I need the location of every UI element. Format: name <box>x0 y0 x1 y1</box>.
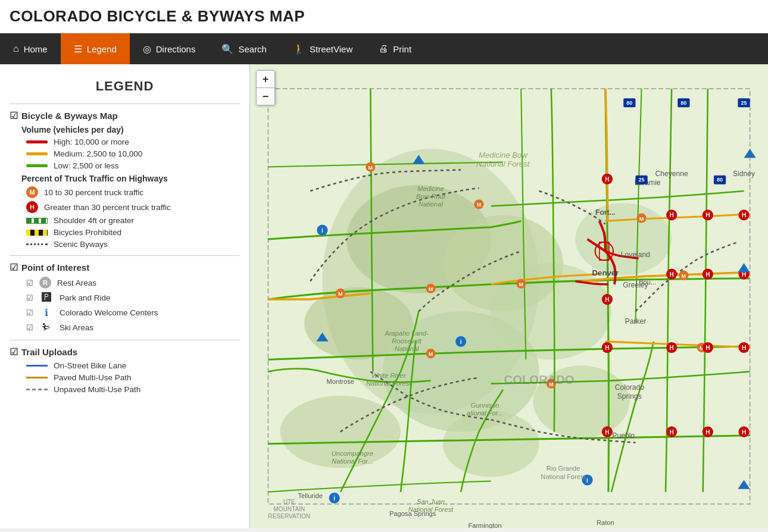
page-title-bar: COLORADO BICYCLE & BYWAYS MAP <box>0 0 768 33</box>
svg-text:Pagosa Springs: Pagosa Springs <box>389 510 436 517</box>
nav-search[interactable]: 🔍 Search <box>208 33 280 64</box>
legend-item-paved-path: Paved Multi-Use Path <box>26 373 240 382</box>
svg-text:80: 80 <box>626 100 632 106</box>
svg-text:MOUNTAIN: MOUNTAIN <box>273 506 305 512</box>
section-title-bicycle-byways: ☑ Bicycle & Byways Map <box>10 110 240 121</box>
svg-text:M: M <box>639 216 644 222</box>
svg-point-9 <box>443 411 539 477</box>
legend-item-shoulder: Shoulder 4ft or greater <box>26 216 240 225</box>
svg-text:H: H <box>705 271 710 278</box>
nav-directions[interactable]: ◎ Directions <box>130 33 209 64</box>
legend-section-trails: ☑ Trail Uploads On-Street Bike Lane Pave… <box>10 340 240 400</box>
svg-text:H: H <box>605 296 609 303</box>
nav-print-label: Print <box>393 44 411 54</box>
map-svg-container: M M M M M M M M M M <box>250 64 768 528</box>
check-icon-park: ☑ <box>26 293 33 302</box>
check-icon-bicycle: ☑ <box>10 110 18 121</box>
svg-text:25: 25 <box>741 100 747 106</box>
zoom-out-button[interactable]: − <box>257 88 274 105</box>
legend-section-bicycle-byways: ☑ Bicycle & Byways Map Volume (vehicles … <box>10 104 240 255</box>
nav-home[interactable]: ⌂ Home <box>0 33 61 64</box>
svg-text:Gunnison: Gunnison <box>471 402 499 409</box>
svg-text:Bow-Rout: Bow-Rout <box>416 193 446 200</box>
map-zoom-controls: + − <box>256 70 275 105</box>
badge-h: H <box>26 201 38 213</box>
legend-title: LEGEND <box>10 79 240 94</box>
legend-section-poi: ☑ Point of Interest ☑ R Rest Areas ☑ 🅿 P… <box>10 255 240 340</box>
main-layout: LEGEND ☑ Bicycle & Byways Map Volume (ve… <box>0 64 768 528</box>
check-icon-trails: ☑ <box>10 346 18 358</box>
svg-text:Denver: Denver <box>592 268 619 277</box>
svg-text:National Forest: National Forest <box>366 380 411 387</box>
swatch-bicycle-prohibited <box>26 230 48 236</box>
colorado-map-svg: M M M M M M M M M M <box>250 64 768 528</box>
truck-subtitle: Percent of Truck Traffic on Highways <box>21 174 240 183</box>
svg-text:H: H <box>605 429 609 436</box>
svg-text:80: 80 <box>717 177 723 183</box>
svg-text:White River: White River <box>371 372 407 379</box>
legend-item-truck-h: H Greater than 30 percent truck traffic <box>26 201 240 213</box>
svg-text:UTE: UTE <box>283 499 295 505</box>
svg-text:H: H <box>705 345 710 351</box>
map-area[interactable]: + − <box>250 64 768 528</box>
svg-text:Arapaho Land-: Arapaho Land- <box>384 330 429 337</box>
swatch-shoulder <box>26 218 48 224</box>
svg-text:COLORADO: COLORADO <box>504 373 575 386</box>
svg-text:H: H <box>742 429 746 436</box>
svg-text:Fort...: Fort... <box>595 208 616 217</box>
legend-item-unpaved-path: Unpaved Multi-Use Path <box>26 385 240 394</box>
svg-text:M: M <box>369 165 373 171</box>
nav-streetview[interactable]: 🚶 StreetView <box>280 33 366 64</box>
nav-legend[interactable]: ☰ Legend <box>61 33 130 64</box>
svg-text:Colorado: Colorado <box>615 383 644 392</box>
svg-text:Pueblo: Pueblo <box>612 431 635 440</box>
svg-text:San Juan: San Juan <box>417 498 445 505</box>
legend-item-park-ride: ☑ 🅿 Park and Ride <box>26 292 240 303</box>
svg-text:M: M <box>519 281 523 287</box>
ski-icon: ⛷ <box>39 321 54 333</box>
svg-text:H: H <box>669 429 673 436</box>
swatch-red <box>26 140 48 143</box>
svg-text:Sidney: Sidney <box>733 170 755 178</box>
welcome-center-icon: ℹ <box>39 306 54 318</box>
svg-text:Loveland: Loveland <box>621 251 650 259</box>
nav-search-label: Search <box>238 44 267 54</box>
svg-text:i: i <box>321 227 323 234</box>
svg-text:Raton: Raton <box>597 519 614 526</box>
swatch-trail-orange <box>26 377 48 378</box>
svg-text:M: M <box>682 273 686 279</box>
legend-item-high: High: 10,000 or more <box>26 137 240 146</box>
legend-item-bike-lane: On-Street Bike Lane <box>26 361 240 370</box>
svg-text:i: i <box>586 477 588 484</box>
svg-text:Roosevelt: Roosevelt <box>392 337 422 345</box>
swatch-dotted <box>26 243 48 245</box>
svg-text:National Forest: National Forest <box>476 160 530 169</box>
check-icon-poi: ☑ <box>10 262 18 273</box>
svg-text:Montrose: Montrose <box>327 378 354 385</box>
zoom-in-button[interactable]: + <box>257 71 274 87</box>
legend-item-rest-areas: ☑ R Rest Areas <box>26 277 240 289</box>
section-title-trails: ☑ Trail Uploads <box>10 346 240 358</box>
svg-text:RESERVATION: RESERVATION <box>268 513 310 520</box>
svg-text:Springs: Springs <box>617 392 642 400</box>
streetview-icon: 🚶 <box>293 43 305 55</box>
nav-directions-label: Directions <box>156 44 196 54</box>
svg-text:M: M <box>429 351 433 357</box>
svg-text:H: H <box>742 345 746 351</box>
svg-text:Rio Grande: Rio Grande <box>547 465 580 472</box>
park-ride-icon: 🅿 <box>39 292 54 303</box>
svg-text:H: H <box>742 212 746 218</box>
svg-text:i: i <box>333 495 335 502</box>
rest-area-icon: R <box>39 277 51 289</box>
svg-text:H: H <box>605 176 609 183</box>
svg-text:H: H <box>669 212 673 218</box>
badge-m: M <box>26 186 38 198</box>
directions-icon: ◎ <box>143 43 151 55</box>
nav-print[interactable]: 🖨 Print <box>366 33 424 64</box>
home-icon: ⌂ <box>13 43 19 54</box>
svg-text:Medicine Bow: Medicine Bow <box>479 151 528 159</box>
check-icon-rest: ☑ <box>26 278 33 287</box>
swatch-green <box>26 164 48 167</box>
svg-text:25: 25 <box>638 177 644 183</box>
svg-text:Bou...: Bou... <box>639 278 656 286</box>
